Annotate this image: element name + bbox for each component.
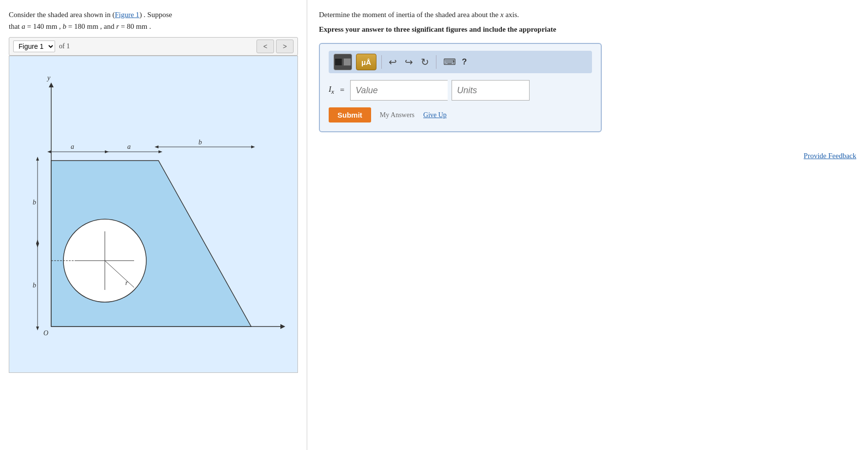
problem-text-1: Consider the shaded area shown in ( — [9, 11, 115, 19]
figure-nav-bar: Figure 1 of 1 < > — [9, 37, 298, 56]
help-button[interactable]: ? — [462, 57, 467, 67]
svg-text:b: b — [198, 139, 202, 146]
svg-marker-17 — [155, 145, 158, 148]
figure-diagram: x y O — [22, 68, 285, 361]
sq-dark — [335, 58, 342, 66]
svg-text:a: a — [71, 143, 74, 150]
redo-icon: ↪ — [405, 56, 413, 68]
problem-text-2: ) . Suppose — [139, 11, 172, 19]
nav-next-button[interactable]: > — [276, 40, 294, 53]
figure-select[interactable]: Figure 1 — [13, 41, 55, 52]
answer-row: Ix = — [329, 80, 592, 101]
my-answers-label: My Answers — [380, 111, 414, 119]
give-up-link[interactable]: Give Up — [423, 111, 447, 119]
answer-toolbar: μÅ ↩ ↪ ↻ ⌨ — [329, 51, 592, 73]
svg-text:a: a — [127, 143, 131, 150]
keyboard-button[interactable]: ⌨ — [441, 56, 458, 68]
sq-light — [343, 58, 351, 66]
question-bold-text: Express your answer to three significant… — [319, 23, 856, 35]
figure-svg-wrap: x y O — [14, 61, 293, 368]
svg-marker-21 — [36, 157, 39, 161]
mu-angstrom-button[interactable]: μÅ — [356, 54, 376, 70]
keyboard-icon: ⌨ — [443, 57, 456, 67]
toolbar-separator-1 — [381, 55, 382, 69]
left-panel: Consider the shaded area shown in (Figur… — [0, 0, 307, 450]
provide-feedback-link[interactable]: Provide Feedback — [319, 152, 856, 160]
svg-marker-4 — [49, 82, 54, 87]
answer-units-input[interactable] — [452, 80, 530, 101]
nav-arrows: < > — [256, 40, 294, 53]
problem-text-3: that — [9, 22, 21, 30]
submit-row: Submit My Answers Give Up — [329, 107, 592, 123]
svg-marker-18 — [251, 145, 255, 148]
answer-equals: = — [340, 86, 344, 95]
svg-text:r: r — [125, 279, 128, 286]
undo-icon: ↩ — [389, 56, 397, 68]
question-text-2: axis. — [504, 11, 519, 19]
svg-marker-10 — [47, 150, 51, 153]
svg-marker-1 — [280, 324, 285, 329]
help-icon: ? — [462, 57, 467, 66]
svg-marker-14 — [158, 150, 162, 153]
var-b: b — [63, 22, 67, 30]
answer-label-Ix: Ix — [329, 85, 334, 96]
split-view-button[interactable] — [334, 54, 352, 70]
svg-marker-25 — [36, 240, 39, 244]
eq1: = 140 mm , — [25, 22, 63, 30]
refresh-icon: ↻ — [421, 56, 429, 68]
refresh-button[interactable]: ↻ — [419, 55, 431, 69]
figure-area: x y O — [9, 56, 298, 373]
problem-statement: Consider the shaded area shown in (Figur… — [9, 9, 298, 32]
answer-box: μÅ ↩ ↪ ↻ ⌨ — [319, 43, 602, 132]
var-a: a — [21, 22, 25, 30]
submit-button[interactable]: Submit — [329, 107, 371, 123]
svg-text:O: O — [43, 329, 48, 337]
svg-text:b: b — [33, 199, 36, 206]
question-text: Determine the moment of inertia of the s… — [319, 9, 856, 20]
figure-of: of 1 — [59, 42, 70, 50]
question-var-x: x — [500, 11, 504, 19]
figure-selector-wrap: Figure 1 of 1 — [13, 41, 70, 52]
svg-text:b: b — [33, 282, 36, 289]
eq2: = 180 mm , and — [66, 22, 116, 30]
split-view-icon — [335, 58, 351, 66]
eq3: = 80 mm . — [119, 22, 151, 30]
svg-text:y: y — [46, 74, 51, 82]
right-panel: Determine the moment of inertia of the s… — [307, 0, 868, 450]
redo-button[interactable]: ↪ — [403, 55, 415, 69]
undo-button[interactable]: ↩ — [387, 55, 399, 69]
answer-value-input[interactable] — [350, 80, 448, 101]
nav-prev-button[interactable]: < — [256, 40, 274, 53]
toolbar-separator-2 — [436, 55, 436, 69]
svg-marker-26 — [36, 327, 39, 330]
mu-angstrom-label: μÅ — [361, 58, 371, 66]
question-text-1: Determine the moment of inertia of the s… — [319, 11, 500, 19]
figure-link[interactable]: Figure 1 — [115, 11, 139, 19]
